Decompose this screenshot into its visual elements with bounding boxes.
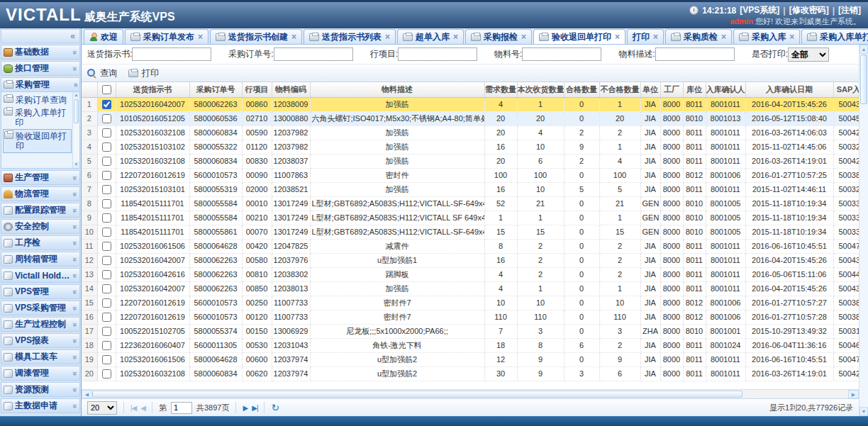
scroll-down-icon[interactable]: ▼ <box>73 162 79 168</box>
row-checkbox[interactable] <box>102 142 111 152</box>
sidebar-item-11[interactable]: VPS采购管理» <box>1 301 80 315</box>
submenu-scroll-track[interactable] <box>73 124 79 162</box>
column-header-10[interactable]: 工厂 <box>660 82 683 97</box>
tab-close-icon[interactable]: × <box>291 33 296 40</box>
row-checkbox[interactable] <box>102 171 111 180</box>
page-size-select[interactable]: 20 <box>87 401 117 415</box>
table-row[interactable]: 710253201510310158000553190200012038521加… <box>82 182 859 196</box>
sidebar-item-6[interactable]: 安全控制» <box>1 219 80 234</box>
table-row[interactable]: 110253201604200758000622630086012038009加… <box>82 97 859 111</box>
column-header-3[interactable]: 物料编码 <box>272 82 310 97</box>
row-checkbox[interactable] <box>102 228 111 237</box>
row-checkbox[interactable] <box>102 114 111 123</box>
table-row[interactable]: 210105201605120558000605360271013000880六… <box>82 111 859 125</box>
sidebar-item-4[interactable]: 物流管理» <box>1 186 80 201</box>
tab-close-icon[interactable]: × <box>789 33 794 40</box>
print-status-select[interactable]: 全部 <box>788 47 829 62</box>
table-row[interactable]: 310253201603210858000608340059012037982加… <box>82 125 859 140</box>
tab-2[interactable]: 送货指示书创建× <box>210 29 302 44</box>
sidebar-subitem-0[interactable]: 采购订单查询 <box>3 94 72 106</box>
filter-input-1[interactable] <box>274 47 353 61</box>
page-number-input[interactable] <box>171 402 192 414</box>
row-checkbox[interactable] <box>102 298 111 308</box>
sidebar-subitem-2[interactable]: 验收退回单打印 <box>3 129 72 153</box>
tab-close-icon[interactable]: × <box>198 33 203 40</box>
tab-9[interactable]: 采购入库× <box>733 29 800 44</box>
table-row[interactable]: 1612207201601261956000105730012011007733… <box>82 310 859 324</box>
scroll-down-icon[interactable]: ▼ <box>859 407 868 416</box>
submenu-scrollbar[interactable]: ▲▼ <box>72 92 79 168</box>
tab-close-icon[interactable]: × <box>721 33 726 40</box>
tab-close-icon[interactable]: × <box>653 33 658 40</box>
table-row[interactable]: 811854201511170158000555840001013017249L… <box>82 196 859 211</box>
tab-3[interactable]: 送货指示书列表× <box>304 29 396 44</box>
filter-input-4[interactable] <box>655 47 735 61</box>
sidebar-item-10[interactable]: VPS管理» <box>1 284 80 299</box>
table-row[interactable]: 1512207201601261956000105730025011007733… <box>82 296 859 310</box>
hscroll-track[interactable] <box>92 390 848 398</box>
table-row[interactable]: 1110253201606150658000646280042012047825… <box>82 239 859 253</box>
row-checkbox[interactable] <box>102 199 111 208</box>
column-header-12[interactable]: 入库确认人 <box>706 82 745 97</box>
sidebar-item-12[interactable]: 生产过程控制» <box>1 317 80 332</box>
table-row[interactable]: 1812236201606040756000113050053012031043… <box>82 338 859 352</box>
print-button[interactable]: 打印 <box>128 67 159 79</box>
row-checkbox[interactable] <box>102 128 111 138</box>
tab-close-icon[interactable]: × <box>385 33 390 40</box>
sidebar-item-15[interactable]: 调漆管理» <box>1 366 80 381</box>
tab-0[interactable]: 欢迎 <box>84 29 123 44</box>
horizontal-scrollbar[interactable]: ◀ ▶ <box>82 389 859 398</box>
sidebar-item-13[interactable]: VPS报表» <box>1 333 80 348</box>
column-header-6[interactable]: 本次收货数量 <box>517 82 564 97</box>
tab-10[interactable]: 采购入库单打印× <box>801 29 868 44</box>
table-row[interactable]: 1210253201604200758000622630058012037976… <box>82 253 859 267</box>
column-header-7[interactable]: 合格数量 <box>564 82 599 97</box>
tab-8[interactable]: 采购质检× <box>665 29 732 44</box>
query-button[interactable]: 查询 <box>87 67 117 79</box>
row-checkbox[interactable] <box>102 327 111 336</box>
row-checkbox[interactable] <box>102 185 111 194</box>
sidebar-subitem-1[interactable]: 采购入库单打印 <box>3 106 72 129</box>
submenu-scroll-thumb[interactable] <box>74 99 79 123</box>
column-header-8[interactable]: 不合格数量 <box>599 82 640 97</box>
column-header-5[interactable]: 需求数量 <box>484 82 517 97</box>
refresh-icon[interactable]: ↻ <box>271 403 279 412</box>
column-header-9[interactable]: 单位 <box>640 82 660 97</box>
tab-close-icon[interactable]: × <box>521 33 526 40</box>
sidebar-item-0[interactable]: 基础数据» <box>1 45 80 60</box>
tab-close-icon[interactable]: × <box>453 33 458 40</box>
tab-4[interactable]: 超单入库× <box>397 29 464 44</box>
table-row[interactable]: 612207201601261956000105730009011007863密… <box>82 168 859 182</box>
tab-7[interactable]: 打印× <box>627 29 664 44</box>
vscroll-thumb[interactable] <box>860 55 867 104</box>
sidebar-collapse-button[interactable]: « <box>1 29 80 43</box>
row-checkbox[interactable] <box>102 355 111 364</box>
column-header-11[interactable]: 库位 <box>683 82 706 97</box>
first-page-button[interactable]: |◀ <box>130 404 136 412</box>
row-checkbox[interactable] <box>102 270 111 279</box>
sidebar-item-17[interactable]: 主数据申请» <box>1 398 80 413</box>
row-checkbox[interactable] <box>102 369 111 379</box>
scroll-up-icon[interactable]: ▲ <box>859 45 868 54</box>
sidebar-item-1[interactable]: 接口管理» <box>1 61 80 76</box>
sidebar-item-7[interactable]: 工序检» <box>1 235 80 250</box>
column-header-0[interactable]: 送货指示书 <box>116 82 189 97</box>
column-header-1[interactable]: 采购订单号 <box>189 82 242 97</box>
row-checkbox[interactable] <box>102 256 111 265</box>
tab-6[interactable]: 验收退回单打印× <box>533 29 625 44</box>
vertical-scrollbar[interactable]: ▲ ▼ <box>859 45 868 416</box>
table-row[interactable]: 1910253201606150658000646280060012037974… <box>82 352 859 366</box>
row-checkbox[interactable] <box>102 313 111 322</box>
sidebar-item-3[interactable]: 生产管理» <box>1 170 80 185</box>
column-header-4[interactable]: 物料描述 <box>310 82 484 97</box>
row-checkbox[interactable] <box>102 242 111 251</box>
link-vps-system[interactable]: [VPS系统] <box>740 4 779 16</box>
hscroll-thumb[interactable] <box>92 391 742 398</box>
row-checkbox[interactable] <box>102 213 111 223</box>
table-row[interactable]: 911854201511170158000555840021013017249L… <box>82 211 859 225</box>
sidebar-item-8[interactable]: 周转箱管理» <box>1 252 80 267</box>
sidebar-item-2[interactable]: 采购管理» <box>1 77 80 92</box>
row-checkbox[interactable] <box>102 157 111 166</box>
table-row[interactable]: 1310253201604261658000622630081012038302… <box>82 267 859 281</box>
column-header-2[interactable]: 行项目 <box>242 82 272 97</box>
